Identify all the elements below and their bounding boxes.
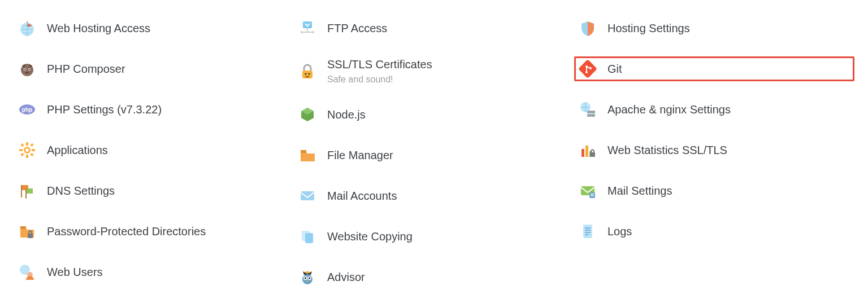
apache-nginx-settings-label: Apache & nginx Settings <box>607 103 731 117</box>
php-icon <box>18 100 37 119</box>
hosting-settings-label: Hosting Settings <box>607 21 690 36</box>
ftp-access-label: FTP Access <box>327 21 387 36</box>
mail-icon <box>298 186 317 205</box>
log-doc-icon <box>578 222 597 241</box>
advisor-label: Advisor <box>327 270 365 284</box>
git-link[interactable]: Git <box>574 56 854 81</box>
ssl-tls-certificates-subtext: Safe and sound! <box>327 74 432 85</box>
applications-link[interactable]: Applications <box>14 138 294 163</box>
dns-settings-link[interactable]: DNS Settings <box>14 178 294 203</box>
password-protected-directories-label: Password-Protected Directories <box>47 225 206 239</box>
web-statistics-ssl-tls-label: Web Statistics SSL/TLS <box>607 143 727 157</box>
column-2: FTP AccessSSL/TLS CertificatesSafe and s… <box>294 16 574 289</box>
ftp-access-link[interactable]: FTP Access <box>294 16 574 41</box>
git-label: Git <box>607 62 622 76</box>
mail-settings-link[interactable]: Mail Settings <box>574 178 854 203</box>
column-3: Hosting SettingsGitApache & nginx Settin… <box>574 16 854 289</box>
mail-accounts-link[interactable]: Mail Accounts <box>294 183 574 208</box>
dns-settings-label: DNS Settings <box>47 184 115 198</box>
mail-settings-icon <box>578 181 597 200</box>
hosting-settings-link[interactable]: Hosting Settings <box>574 16 854 41</box>
folder-lock-icon <box>18 222 37 241</box>
mail-settings-label: Mail Settings <box>607 184 672 198</box>
folder-icon <box>298 146 317 165</box>
node-js-link[interactable]: Node.js <box>294 102 574 127</box>
ssl-tls-certificates-link[interactable]: SSL/TLS CertificatesSafe and sound! <box>294 56 574 86</box>
web-hosting-access-label: Web Hosting Access <box>47 21 150 36</box>
globe-flag-icon <box>18 19 37 38</box>
mail-accounts-label: Mail Accounts <box>327 189 397 203</box>
advisor-link[interactable]: Advisor <box>294 265 574 289</box>
node-icon <box>298 105 317 124</box>
server-globe-icon <box>578 100 597 119</box>
php-composer-link[interactable]: PHP Composer <box>14 56 294 81</box>
owl-icon <box>298 267 317 287</box>
logs-label: Logs <box>607 225 632 239</box>
copy-doc-icon <box>298 227 317 246</box>
apache-nginx-settings-link[interactable]: Apache & nginx Settings <box>574 97 854 122</box>
password-protected-directories-link[interactable]: Password-Protected Directories <box>14 219 294 244</box>
php-settings-label: PHP Settings (v7.3.22) <box>47 103 162 117</box>
website-copying-label: Website Copying <box>327 230 413 244</box>
user-globe-icon <box>18 262 37 282</box>
logs-link[interactable]: Logs <box>574 219 854 244</box>
gear-icon <box>18 140 37 160</box>
column-1: Web Hosting AccessPHP ComposerPHP Settin… <box>14 16 294 289</box>
file-manager-label: File Manager <box>327 148 393 163</box>
php-composer-label: PHP Composer <box>47 62 125 76</box>
file-manager-link[interactable]: File Manager <box>294 143 574 168</box>
php-settings-link[interactable]: PHP Settings (v7.3.22) <box>14 97 294 122</box>
composer-icon <box>18 59 37 78</box>
ssl-tls-certificates-label: SSL/TLS Certificates <box>327 58 432 72</box>
web-users-link[interactable]: Web Users <box>14 260 294 284</box>
web-hosting-access-link[interactable]: Web Hosting Access <box>14 16 294 41</box>
node-js-label: Node.js <box>327 108 366 122</box>
applications-label: Applications <box>47 143 108 157</box>
web-users-label: Web Users <box>47 265 103 279</box>
website-copying-link[interactable]: Website Copying <box>294 224 574 249</box>
git-icon <box>578 59 597 78</box>
stats-lock-icon <box>578 140 597 160</box>
shield-icon <box>578 19 597 38</box>
web-statistics-ssl-tls-link[interactable]: Web Statistics SSL/TLS <box>574 138 854 163</box>
hosting-tools-panel: Web Hosting AccessPHP ComposerPHP Settin… <box>0 0 868 303</box>
ssl-lock-icon <box>298 62 317 81</box>
dns-flags-icon <box>18 181 37 200</box>
ftp-icon <box>298 19 317 38</box>
